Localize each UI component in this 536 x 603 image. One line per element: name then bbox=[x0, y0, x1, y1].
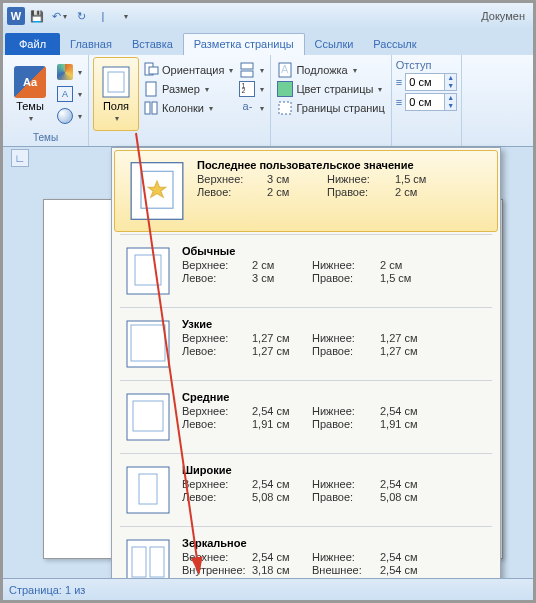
margins-label: Поля bbox=[103, 100, 129, 112]
margin-preset-icon bbox=[122, 464, 174, 516]
margin-preset-icon bbox=[122, 318, 174, 370]
hyphenation-icon: a- bbox=[239, 100, 255, 116]
margins-icon bbox=[100, 66, 132, 98]
svg-rect-17 bbox=[127, 321, 169, 367]
size-button[interactable]: Размер▾ bbox=[141, 80, 235, 98]
indent-left: ≡ ▲▼ bbox=[396, 73, 457, 91]
tab-page-layout[interactable]: Разметка страницы bbox=[183, 33, 305, 55]
ribbon: Aa Темы ▾ ▾ A▾ ▾ Темы Поля ▾ bbox=[3, 55, 533, 147]
margins-button[interactable]: Поля ▾ bbox=[93, 57, 139, 131]
indent-right-icon: ≡ bbox=[396, 96, 402, 108]
status-bar: Страница: 1 из bbox=[3, 578, 533, 600]
themes-icon: Aa bbox=[14, 66, 46, 98]
margin-preset-icon bbox=[122, 391, 174, 443]
margin-preset-3[interactable]: Средние Верхнее:2,54 смНижнее:2,54 см Ле… bbox=[112, 383, 500, 451]
ribbon-tabs: Файл Главная Вставка Разметка страницы С… bbox=[3, 29, 533, 55]
page-color-button[interactable]: Цвет страницы▾ bbox=[275, 80, 386, 98]
orientation-icon bbox=[143, 62, 159, 78]
margin-preset-2[interactable]: Узкие Верхнее:1,27 смНижнее:1,27 см Лево… bbox=[112, 310, 500, 378]
spin-up[interactable]: ▲ bbox=[444, 94, 456, 102]
margins-dropdown: Последнее пользовательское значение Верх… bbox=[111, 147, 501, 603]
margin-preset-icon bbox=[122, 245, 174, 297]
theme-fonts-button[interactable]: A▾ bbox=[55, 85, 84, 103]
spin-up[interactable]: ▲ bbox=[444, 74, 456, 82]
indent-left-icon: ≡ bbox=[396, 76, 402, 88]
line-numbers-button[interactable]: 12▾ bbox=[237, 80, 266, 98]
preset-title: Узкие bbox=[182, 318, 490, 330]
spin-down[interactable]: ▼ bbox=[444, 82, 456, 90]
breaks-icon bbox=[239, 62, 255, 78]
app-window: W 💾 ↶▾ ↻ | ▾ Докумен Файл Главная Вставк… bbox=[0, 0, 536, 603]
colors-icon bbox=[57, 64, 73, 80]
line-numbers-icon: 12 bbox=[239, 81, 255, 97]
dropdown-icon: ▾ bbox=[29, 114, 33, 123]
svg-rect-6 bbox=[152, 102, 157, 114]
tab-home[interactable]: Главная bbox=[60, 34, 122, 55]
svg-rect-4 bbox=[146, 82, 156, 96]
watermark-icon: A bbox=[277, 62, 293, 78]
indent-right-input[interactable] bbox=[406, 96, 444, 108]
tab-file[interactable]: Файл bbox=[5, 33, 60, 55]
orientation-button[interactable]: Ориентация▾ bbox=[141, 61, 235, 79]
svg-rect-11 bbox=[279, 102, 291, 114]
indent-right: ≡ ▲▼ bbox=[396, 93, 457, 111]
tab-insert[interactable]: Вставка bbox=[122, 34, 183, 55]
page-borders-button[interactable]: Границы страниц bbox=[275, 99, 386, 117]
spin-down[interactable]: ▼ bbox=[444, 102, 456, 110]
indent-left-input[interactable] bbox=[406, 76, 444, 88]
hyphenation-button[interactable]: a-▾ bbox=[237, 99, 266, 117]
size-icon bbox=[143, 81, 159, 97]
tab-references[interactable]: Ссылки bbox=[305, 34, 364, 55]
group-indent: Отступ ≡ ▲▼ ≡ ▲▼ bbox=[392, 55, 462, 146]
qat-sep: | bbox=[93, 6, 113, 26]
columns-icon bbox=[143, 100, 159, 116]
theme-colors-button[interactable]: ▾ bbox=[55, 63, 84, 81]
page-color-icon bbox=[277, 81, 293, 97]
preset-title: Средние bbox=[182, 391, 490, 403]
breaks-button[interactable]: ▾ bbox=[237, 61, 266, 79]
preset-title: Широкие bbox=[182, 464, 490, 476]
preset-title: Обычные bbox=[182, 245, 490, 257]
themes-label: Темы bbox=[16, 100, 44, 112]
svg-rect-7 bbox=[241, 63, 253, 69]
theme-effects-button[interactable]: ▾ bbox=[55, 107, 84, 125]
effects-icon bbox=[57, 108, 73, 124]
preset-title: Последнее пользовательское значение bbox=[197, 159, 487, 171]
redo-icon[interactable]: ↻ bbox=[71, 6, 91, 26]
svg-rect-3 bbox=[149, 67, 158, 74]
undo-icon[interactable]: ↶▾ bbox=[49, 6, 69, 26]
margin-preset-0[interactable]: Последнее пользовательское значение Верх… bbox=[114, 150, 498, 232]
margin-preset-4[interactable]: Широкие Верхнее:2,54 смНижнее:2,54 см Ле… bbox=[112, 456, 500, 524]
group-themes: Aa Темы ▾ ▾ A▾ ▾ Темы bbox=[3, 55, 89, 146]
group-page-background: AПодложка▾ Цвет страницы▾ Границы страни… bbox=[271, 55, 391, 146]
page-borders-icon bbox=[277, 100, 293, 116]
svg-rect-5 bbox=[145, 102, 150, 114]
save-icon[interactable]: 💾 bbox=[27, 6, 47, 26]
group-page-setup: Поля ▾ Ориентация▾ Размер▾ Колонки▾ ▾ 12… bbox=[89, 55, 271, 146]
doc-title: Докумен bbox=[481, 10, 525, 22]
dropdown-icon: ▾ bbox=[115, 114, 119, 123]
preset-title: Зеркальное bbox=[182, 537, 490, 549]
margin-preset-1[interactable]: Обычные Верхнее:2 смНижнее:2 см Левое:3 … bbox=[112, 237, 500, 305]
tab-mailings[interactable]: Рассылк bbox=[363, 34, 426, 55]
ruler-toggle[interactable]: ∟ bbox=[11, 149, 29, 167]
watermark-button[interactable]: AПодложка▾ bbox=[275, 61, 386, 79]
qat-customize-icon[interactable]: ▾ bbox=[115, 6, 135, 26]
group-themes-label: Темы bbox=[7, 131, 84, 144]
fonts-icon: A bbox=[57, 86, 73, 102]
titlebar: W 💾 ↶▾ ↻ | ▾ Докумен bbox=[3, 3, 533, 29]
svg-rect-8 bbox=[241, 71, 253, 77]
margin-preset-icon bbox=[125, 159, 189, 223]
svg-text:A: A bbox=[281, 63, 289, 75]
themes-button[interactable]: Aa Темы ▾ bbox=[7, 57, 53, 131]
page-count: Страница: 1 из bbox=[9, 584, 85, 596]
indent-label: Отступ bbox=[396, 59, 457, 71]
columns-button[interactable]: Колонки▾ bbox=[141, 99, 235, 117]
word-app-icon: W bbox=[7, 7, 25, 25]
